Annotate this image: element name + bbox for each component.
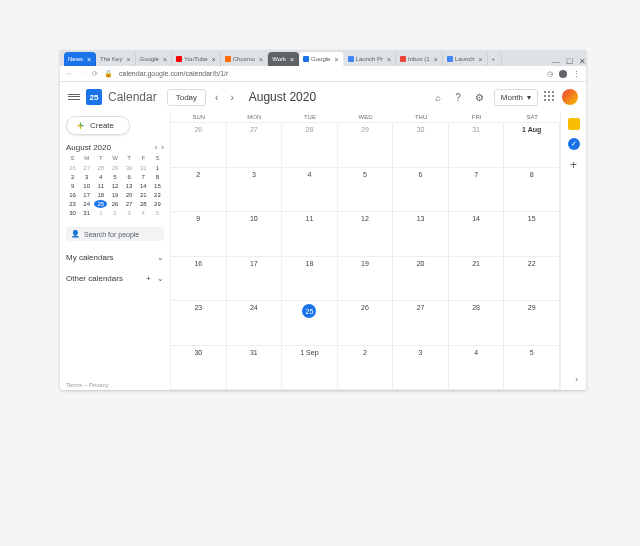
mini-day[interactable]: 25 (94, 200, 107, 208)
settings-gear-icon[interactable]: ⚙ (471, 92, 488, 103)
browser-tab[interactable]: News× (64, 52, 96, 66)
day-cell[interactable]: 30 (171, 346, 227, 391)
extension-icon[interactable]: ◷ (547, 70, 553, 78)
day-cell[interactable]: 6 (393, 168, 449, 213)
mini-day[interactable]: 28 (94, 164, 107, 172)
mini-day[interactable]: 9 (66, 182, 79, 190)
mini-day[interactable]: 2 (108, 209, 121, 217)
tab-close-icon[interactable]: × (334, 56, 338, 63)
add-addon-icon[interactable]: + (570, 158, 577, 172)
day-cell[interactable]: 4 (282, 168, 338, 213)
day-cell[interactable]: 26 (338, 301, 394, 346)
mini-day[interactable]: 11 (94, 182, 107, 190)
mini-day[interactable]: 2 (66, 173, 79, 181)
tab-close-icon[interactable]: × (212, 56, 216, 63)
footer-links[interactable]: Terms – Privacy (66, 382, 109, 388)
day-cell[interactable]: 31 (227, 346, 283, 391)
search-icon[interactable]: ⌕ (431, 92, 445, 103)
browser-tab[interactable]: Inbox (1× (396, 52, 443, 66)
day-cell[interactable]: 1 Sep (282, 346, 338, 391)
browser-tab[interactable]: Launch× (443, 52, 488, 66)
window-close-button[interactable]: ✕ (579, 57, 586, 66)
mini-day[interactable]: 26 (108, 200, 121, 208)
search-people-input[interactable]: 👤 Search for people (66, 227, 164, 241)
day-cell[interactable]: 18 (282, 257, 338, 302)
mini-day[interactable]: 12 (108, 182, 121, 190)
browser-tab[interactable]: Chosmo× (221, 52, 268, 66)
day-cell[interactable]: 1 Aug (504, 123, 560, 168)
day-cell[interactable]: 2 (338, 346, 394, 391)
mini-day[interactable]: 14 (137, 182, 150, 190)
day-cell[interactable]: 7 (449, 168, 505, 213)
day-cell[interactable]: 25 (282, 301, 338, 346)
day-cell[interactable]: 14 (449, 212, 505, 257)
mini-day[interactable]: 18 (94, 191, 107, 199)
browser-tab[interactable]: Google× (136, 52, 172, 66)
day-cell[interactable]: 8 (504, 168, 560, 213)
day-cell[interactable]: 22 (504, 257, 560, 302)
browser-tab[interactable]: Launch Pr× (344, 52, 396, 66)
day-cell[interactable]: 5 (338, 168, 394, 213)
mini-day[interactable]: 15 (151, 182, 164, 190)
day-cell[interactable]: 31 (449, 123, 505, 168)
mini-day[interactable]: 28 (137, 200, 150, 208)
day-cell[interactable]: 15 (504, 212, 560, 257)
day-cell[interactable]: 11 (282, 212, 338, 257)
day-cell[interactable]: 29 (504, 301, 560, 346)
account-avatar[interactable] (562, 89, 578, 105)
mini-day[interactable]: 22 (151, 191, 164, 199)
day-cell[interactable]: 4 (449, 346, 505, 391)
mini-day[interactable]: 30 (123, 164, 136, 172)
prev-month-icon[interactable]: ‹ (212, 92, 221, 103)
mini-day[interactable]: 21 (137, 191, 150, 199)
mini-day[interactable]: 23 (66, 200, 79, 208)
day-cell[interactable]: 2 (171, 168, 227, 213)
window-min-button[interactable]: — (552, 57, 560, 66)
day-cell[interactable]: 17 (227, 257, 283, 302)
browser-tab[interactable]: YouTube× (172, 52, 221, 66)
tasks-icon[interactable] (568, 138, 580, 150)
mini-day[interactable]: 20 (123, 191, 136, 199)
day-cell[interactable]: 29 (338, 123, 394, 168)
mini-day[interactable]: 10 (80, 182, 93, 190)
mini-day[interactable]: 27 (80, 164, 93, 172)
profile-dot-icon[interactable] (559, 70, 567, 78)
day-cell[interactable]: 9 (171, 212, 227, 257)
other-calendars-section[interactable]: Other calendars +⌄ (66, 274, 164, 283)
day-cell[interactable]: 10 (227, 212, 283, 257)
mini-day[interactable]: 30 (66, 209, 79, 217)
mini-day[interactable]: 27 (123, 200, 136, 208)
mini-day[interactable]: 13 (123, 182, 136, 190)
browser-tab[interactable]: Work× (268, 52, 299, 66)
tab-close-icon[interactable]: × (290, 56, 294, 63)
add-other-calendar-icon[interactable]: + (146, 274, 151, 283)
mini-day[interactable]: 5 (108, 173, 121, 181)
forward-icon[interactable]: → (79, 70, 86, 77)
day-cell[interactable]: 28 (449, 301, 505, 346)
view-selector[interactable]: Month▾ (494, 89, 538, 106)
window-max-button[interactable]: ☐ (566, 57, 573, 66)
day-cell[interactable]: 3 (393, 346, 449, 391)
mini-day[interactable]: 1 (94, 209, 107, 217)
mini-day[interactable]: 6 (123, 173, 136, 181)
create-button[interactable]: + Create (66, 116, 130, 135)
mini-day[interactable]: 19 (108, 191, 121, 199)
collapse-panel-icon[interactable]: › (575, 375, 578, 384)
tab-close-icon[interactable]: × (478, 56, 482, 63)
browser-tab[interactable]: Google× (299, 52, 343, 66)
tab-close-icon[interactable]: × (87, 56, 91, 63)
day-cell[interactable]: 5 (504, 346, 560, 391)
mini-day[interactable]: 29 (108, 164, 121, 172)
day-cell[interactable]: 20 (393, 257, 449, 302)
mini-next-icon[interactable]: › (161, 143, 164, 152)
mini-day[interactable]: 7 (137, 173, 150, 181)
tab-close-icon[interactable]: × (163, 56, 167, 63)
day-cell[interactable]: 16 (171, 257, 227, 302)
mini-day[interactable]: 3 (80, 173, 93, 181)
keep-icon[interactable] (568, 118, 580, 130)
today-button[interactable]: Today (167, 89, 206, 106)
day-cell[interactable]: 21 (449, 257, 505, 302)
back-icon[interactable]: ← (66, 70, 73, 77)
next-month-icon[interactable]: › (227, 92, 236, 103)
mini-day[interactable]: 3 (123, 209, 136, 217)
